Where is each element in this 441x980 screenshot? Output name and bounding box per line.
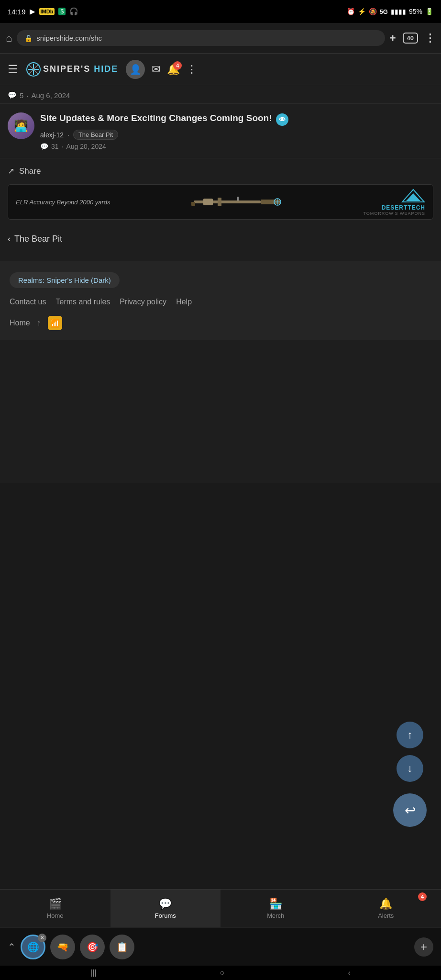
status-bar: 14:19 ▶ IMDb $ 🎧 ⏰ ⚡ 🔕 5G ▮▮▮▮ 95% 🔋 [0, 0, 441, 23]
svg-rect-9 [191, 202, 195, 206]
alerts-nav-icon: 🔔 [379, 898, 392, 910]
nav-forums-label: Forums [155, 912, 176, 919]
thread-info: Site Updates & More Exciting Changes Com… [40, 112, 433, 150]
avatar-inner: 🧑‍💻 [8, 112, 34, 139]
dot-separator: · [26, 91, 28, 100]
nav-home-button[interactable]: 🎬 Home [0, 890, 110, 927]
float-scroll-down-button[interactable]: ↓ [397, 755, 423, 782]
tab-collapse-button[interactable]: ⌃ [8, 941, 16, 953]
tab-count-badge[interactable]: 40 [403, 33, 418, 44]
site-header: ☰ SNIPER'S HIDE 👤 ✉ 🔔 4 ⋮ [0, 54, 441, 85]
float-reply-button[interactable]: ↩ [393, 793, 427, 827]
main-content: 💬 5 · Aug 6, 2024 🧑‍💻 Site Updates & Mor… [0, 85, 441, 483]
more-options-button[interactable]: ⋮ [187, 63, 197, 76]
footer-section: Realms: Sniper's Hide (Dark) Contact us … [0, 261, 441, 340]
tab-4-wrapper: 📋 [110, 935, 134, 959]
alerts-badge: 4 [418, 892, 427, 901]
notifications-badge: 4 [173, 61, 182, 70]
headphones-icon: 🎧 [69, 7, 78, 16]
footer-links: Contact us Terms and rules Privacy polic… [10, 298, 431, 306]
svg-rect-10 [237, 197, 239, 200]
nav-alerts-button[interactable]: 🔔 Alerts 4 [331, 890, 441, 927]
bottom-spacer [0, 340, 441, 483]
footer-realm-badge[interactable]: Realms: Sniper's Hide (Dark) [10, 272, 120, 288]
status-right: ⏰ ⚡ 🔕 5G ▮▮▮▮ 95% 🔋 [347, 8, 433, 15]
merch-nav-icon: 🏪 [269, 898, 282, 910]
back-button[interactable]: ‹ The Bear Pit [8, 234, 62, 244]
tab-1-icon: 🌐 [27, 941, 39, 953]
add-tab-button[interactable]: + [414, 937, 433, 957]
back-navigation: ‹ The Bear Pit [0, 227, 441, 251]
android-back-button[interactable]: ‹ [348, 969, 351, 977]
tab-3-thumbnail[interactable]: 🎯 [80, 935, 105, 959]
bluetooth-icon: ⚡ [358, 8, 366, 15]
ad-rifle-image [110, 190, 364, 214]
5g-indicator: 5G [380, 8, 388, 15]
logo-wordmark: SNIPER'S HIDE [43, 64, 118, 74]
status-left: 14:19 ▶ IMDb $ 🎧 [8, 7, 78, 16]
footer-help-link[interactable]: Help [176, 298, 192, 306]
alarm-icon: ⏰ [347, 8, 355, 15]
thread-author-avatar[interactable]: 🧑‍💻 [8, 112, 34, 139]
back-chevron-icon: ‹ [8, 234, 11, 244]
imdb-icon: IMDb [39, 8, 55, 15]
footer-scroll-up-button[interactable]: ↑ [37, 318, 41, 328]
footer-terms-link[interactable]: Terms and rules [55, 298, 110, 306]
notifications-button[interactable]: 🔔 4 [167, 63, 180, 76]
url-security-icon: 🔒 [24, 34, 33, 42]
comment-icon: 💬 [40, 143, 48, 150]
nav-forums-button[interactable]: 💬 Forums [110, 890, 221, 927]
avatar-image: 👤 [130, 64, 142, 75]
nav-home-label: Home [47, 912, 64, 919]
tab-1-wrapper: 🌐 ✕ [21, 935, 45, 959]
stats-dot: · [62, 143, 64, 150]
nav-alerts-label: Alerts [378, 912, 394, 919]
footer-home-link[interactable]: Home [10, 319, 30, 327]
android-recent-apps-button[interactable]: ||| [90, 969, 96, 977]
new-tab-button[interactable]: + [390, 32, 396, 45]
tab-2-thumbnail[interactable]: 🔫 [50, 935, 75, 959]
nav-merch-button[interactable]: 🏪 Merch [220, 890, 331, 927]
thread-meta: alexj-12 · The Bear Pit [40, 130, 433, 140]
tab-1-close-button[interactable]: ✕ [38, 934, 46, 942]
thread-date: Aug 20, 2024 [66, 143, 106, 150]
battery-percent: 95% [409, 8, 422, 15]
thread-tag[interactable]: The Bear Pit [73, 130, 118, 140]
tab-bar: ⌃ 🌐 ✕ 🔫 🎯 📋 + [0, 927, 441, 966]
thread-strip-date: Aug 6, 2024 [32, 91, 70, 100]
signal-icon: ▮▮▮▮ [391, 8, 406, 15]
share-button[interactable]: ↗ Share [8, 166, 41, 176]
ad-banner[interactable]: ELR Accuracy Beyond 2000 yards [8, 184, 433, 220]
meta-dot: · [67, 131, 69, 139]
mail-button[interactable]: ✉ [152, 63, 160, 76]
thread-author-name[interactable]: alexj-12 [40, 131, 64, 139]
float-scroll-up-button[interactable]: ↑ [397, 722, 423, 748]
bottom-navigation: 🎬 Home 💬 Forums 🏪 Merch 🔔 Alerts 4 [0, 889, 441, 927]
hamburger-menu-button[interactable]: ☰ [8, 63, 18, 76]
tab-3-icon: 🎯 [87, 941, 99, 953]
floating-action-buttons: ↑ ↓ ↩ [393, 722, 427, 827]
browser-menu-button[interactable]: ⋮ [425, 32, 435, 45]
url-bar[interactable]: 🔒 snipershide.com/shc [17, 30, 385, 46]
share-section: ↗ Share [0, 158, 441, 184]
rss-button[interactable]: 📶 [48, 316, 62, 330]
desert-tech-tagline: TOMORROW'S WEAPONS [363, 211, 425, 216]
browser-home-button[interactable]: ⌂ [6, 32, 12, 45]
desert-tech-logo [401, 189, 425, 204]
forums-nav-icon: 💬 [159, 898, 172, 910]
thread-strip: 💬 5 · Aug 6, 2024 [0, 85, 441, 104]
home-nav-icon: 🎬 [49, 898, 62, 910]
user-avatar-button[interactable]: 👤 [126, 60, 145, 79]
comment-icon-small: 💬 [8, 91, 17, 100]
footer-bottom: Home ↑ 📶 [10, 316, 431, 330]
thread-title[interactable]: Site Updates & More Exciting Changes Com… [40, 112, 433, 126]
share-icon: ↗ [8, 166, 14, 176]
android-home-button[interactable]: ○ [220, 969, 225, 977]
footer-privacy-link[interactable]: Privacy policy [120, 298, 166, 306]
site-logo: SNIPER'S HIDE [26, 62, 118, 77]
svg-rect-8 [203, 199, 213, 205]
footer-contact-link[interactable]: Contact us [10, 298, 46, 306]
tab-4-thumbnail[interactable]: 📋 [110, 935, 134, 959]
tab-2-icon: 🔫 [57, 941, 69, 953]
time-display: 14:19 [8, 8, 26, 16]
